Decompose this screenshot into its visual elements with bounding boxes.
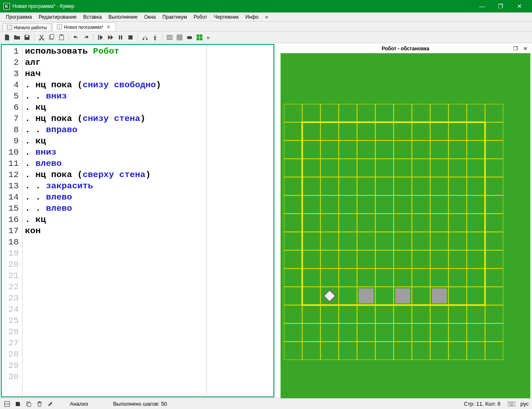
step-over-button[interactable] [140, 33, 150, 42]
grid-cell [430, 323, 448, 342]
menu-item-Чертежник[interactable]: Чертежник [211, 13, 242, 21]
menu-item-Окна[interactable]: Окна [141, 13, 159, 21]
sb-lang-label[interactable]: рус [520, 401, 529, 407]
run-fast-button[interactable] [106, 33, 115, 42]
grid-cell [284, 177, 302, 195]
line-number: 12 [2, 169, 19, 180]
copy-button[interactable] [47, 33, 56, 42]
gamepad-icon[interactable] [185, 33, 194, 42]
menu-item-Программа[interactable]: Программа [2, 13, 35, 21]
code-line: . влево [25, 158, 204, 169]
code-text[interactable]: использовать Роботалгнач. нц пока (снизу… [22, 45, 207, 397]
document-tab[interactable]: ~Начало работы [2, 23, 52, 31]
document-tabs: ~Начало работы1Новая программа*✕ [0, 22, 532, 32]
line-number: 27 [2, 338, 19, 349]
tab-close-button[interactable]: ✕ [106, 24, 111, 30]
code-token: . [25, 103, 35, 112]
code-line: алг [25, 57, 204, 68]
grid-cell [339, 305, 357, 323]
line-number: 8 [2, 124, 19, 136]
code-token: вниз [35, 148, 56, 157]
sb-edit-icon[interactable] [47, 400, 54, 408]
code-token: . [25, 80, 35, 90]
grid-cell [412, 342, 430, 360]
grid-cell [284, 104, 302, 122]
code-token: снизу стена [83, 114, 140, 123]
menu-item-Выполнение[interactable]: Выполнение [105, 13, 141, 21]
line-number: 15 [2, 203, 19, 214]
close-button[interactable]: ✕ [510, 0, 529, 12]
code-token: ( [77, 114, 83, 123]
menu-item-Робот[interactable]: Робот [190, 13, 211, 21]
robot-panel-close-button[interactable]: ✕ [522, 45, 529, 52]
grid-cell [375, 342, 394, 360]
document-tab[interactable]: 1Новая программа*✕ [52, 22, 116, 31]
code-line: . нц пока (снизу свободно) [25, 79, 204, 91]
sb-toggle-button[interactable] [3, 400, 11, 408]
open-file-button[interactable] [12, 33, 22, 42]
maximize-button[interactable]: ❐ [491, 0, 510, 12]
robot-world-button[interactable] [195, 33, 204, 42]
sb-copy-icon[interactable] [25, 400, 32, 408]
code-token: . [25, 170, 35, 180]
menu-item-Практикум[interactable]: Практикум [159, 13, 190, 21]
pause-button[interactable] [116, 33, 125, 42]
content-area: 1234567891011121314151617181920212223242… [0, 43, 532, 398]
code-editor[interactable]: 1234567891011121314151617181920212223242… [1, 44, 274, 397]
menu-item-Редактирование[interactable]: Редактирование [35, 13, 80, 21]
grid-cell [302, 323, 320, 342]
code-token: . [25, 215, 35, 224]
sb-trash-icon[interactable] [36, 400, 43, 408]
code-token: кц [35, 215, 46, 224]
stop-button[interactable] [126, 33, 135, 42]
line-number: 14 [2, 192, 19, 203]
grid-cell [302, 104, 320, 122]
grid-cell [467, 305, 485, 323]
sb-save-icon[interactable] [14, 400, 22, 408]
svg-rect-4 [50, 34, 54, 39]
line-number: 17 [2, 225, 19, 237]
grid-cell [394, 342, 412, 360]
step-into-button[interactable] [150, 33, 160, 42]
cut-button[interactable] [37, 33, 46, 42]
grid-cell [375, 104, 394, 122]
run-button[interactable] [96, 33, 105, 42]
robot-panel-popout-button[interactable]: ❐ [512, 45, 519, 52]
new-file-button[interactable] [2, 33, 12, 42]
code-line: . нц пока (снизу стена) [25, 113, 204, 124]
svg-rect-10 [128, 35, 133, 39]
redo-button[interactable] [81, 33, 91, 42]
paste-button[interactable] [57, 33, 66, 42]
menu-item-Инфо[interactable]: Инфо [242, 13, 262, 21]
line-number-gutter: 1234567891011121314151617181920212223242… [2, 45, 22, 397]
code-token: ) [140, 114, 145, 123]
line-number: 25 [2, 315, 19, 326]
sb-keyboard-icon[interactable] [508, 400, 515, 408]
undo-button[interactable] [71, 33, 81, 42]
line-number: 28 [2, 349, 19, 360]
sb-cursor-label: Стр: 11, Кол: 8 [464, 401, 500, 407]
svg-rect-16 [187, 36, 192, 39]
line-number: 2 [2, 57, 19, 68]
menubar: ПрограммаРедактированиеВставкаВыполнение… [0, 12, 532, 22]
menu-item-Вставка[interactable]: Вставка [80, 13, 105, 21]
grid-cell [485, 323, 503, 342]
robot-panel-title: Робот - обстановка [299, 46, 512, 52]
grid-icon[interactable] [175, 33, 184, 42]
line-number: 4 [2, 79, 19, 91]
sb-steps-label: Выполнено шагов: 50 [113, 401, 167, 407]
line-number: 13 [2, 180, 19, 192]
minimize-button[interactable]: — [473, 0, 491, 12]
robot-world-canvas[interactable] [281, 53, 530, 398]
line-number: 16 [2, 214, 19, 225]
code-line: . . вправо [25, 124, 204, 136]
grid-cell [284, 305, 302, 323]
save-button[interactable] [22, 33, 32, 42]
code-line: использовать Робот [25, 46, 204, 57]
toolbar-overflow-button[interactable]: » [205, 33, 212, 42]
counter-icon[interactable] [165, 33, 174, 42]
grid-cell [320, 342, 339, 360]
menu-item-»[interactable]: » [262, 13, 271, 21]
grid-cell [485, 195, 503, 214]
svg-rect-7 [98, 35, 99, 40]
